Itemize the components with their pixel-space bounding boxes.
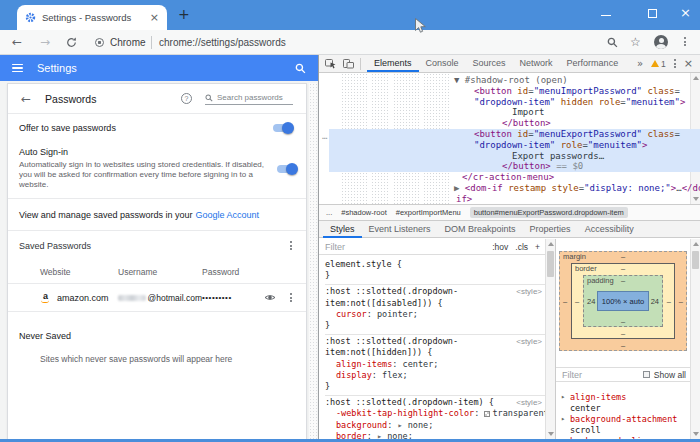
new-style-rule-button[interactable]: + <box>535 242 540 252</box>
computed-property[interactable]: ▸align-items <box>560 392 700 403</box>
help-icon[interactable]: ? <box>181 93 192 104</box>
google-account-link[interactable]: Google Account <box>195 210 259 220</box>
style-origin[interactable]: <style> <box>516 286 542 297</box>
browser-tab[interactable]: Settings - Passwords × <box>17 5 167 30</box>
back-icon[interactable]: ← <box>12 35 22 49</box>
dom-tree-line[interactable]: ▼ #shadow-root (open) <box>329 75 700 86</box>
passwords-card: ← Passwords ? Search passwords Offer to … <box>7 83 307 439</box>
devtools-tab-network[interactable]: Network <box>513 55 560 72</box>
expand-value-icon[interactable]: ▸ <box>397 420 407 430</box>
settings-gear-icon <box>25 12 36 23</box>
devtools-tab-performance[interactable]: Performance <box>560 55 626 72</box>
style-rule[interactable]: <style>:host ::slotted(.dropdown-item) {… <box>325 396 545 439</box>
dom-tree-line[interactable]: </button> == $0 <box>329 161 700 172</box>
show-password-eye-icon[interactable] <box>264 293 276 302</box>
dom-tree-line[interactable]: "dropdown-item" role="menuitem"> <box>329 140 700 151</box>
warning-badge[interactable]: 1 <box>651 59 666 69</box>
computed-filter-input[interactable]: Filter <box>562 370 582 380</box>
inspect-element-icon[interactable] <box>325 58 336 69</box>
device-toolbar-icon[interactable] <box>343 58 354 69</box>
computed-scrollbar[interactable] <box>690 239 700 439</box>
dom-tree-line[interactable]: if> <box>329 194 700 204</box>
settings-search-icon[interactable] <box>295 63 306 74</box>
style-origin[interactable]: <style> <box>516 397 542 408</box>
offer-to-save-toggle[interactable] <box>273 124 293 132</box>
css-property-name[interactable]: display <box>336 370 372 380</box>
zoom-search-icon[interactable] <box>607 37 618 48</box>
dom-tree-line[interactable]: "dropdown-item" hidden role="menuitem"> <box>329 97 700 108</box>
search-passwords-input[interactable]: Search passwords <box>205 93 293 105</box>
devtools-tab-elements[interactable]: Elements <box>367 55 419 72</box>
scroll-down-arrow[interactable] <box>548 432 554 436</box>
more-tabs-icon[interactable]: » <box>637 58 643 69</box>
sidebar-tab-properties[interactable]: Properties <box>523 221 578 238</box>
style-origin[interactable]: <style> <box>516 336 542 347</box>
bookmark-star-icon[interactable]: ☆ <box>630 35 641 49</box>
page-info-icon[interactable] <box>95 38 104 47</box>
url-text[interactable]: chrome://settings/passwords <box>159 37 286 48</box>
border-right-value: – <box>667 297 671 306</box>
tab-close-icon[interactable]: × <box>150 12 159 23</box>
settings-scrollbar[interactable] <box>309 83 317 439</box>
computed-property-value: center <box>560 403 700 414</box>
breadcrumb-item[interactable]: #shadow-root <box>341 208 386 217</box>
breadcrumb-item[interactable]: ... <box>326 208 332 217</box>
toggle-class-button[interactable]: .cls <box>515 242 528 252</box>
dom-tree-line[interactable]: </button> <box>329 118 700 129</box>
sidebar-tab-styles[interactable]: Styles <box>323 221 362 238</box>
styles-scrollbar[interactable] <box>545 239 555 439</box>
auto-signin-toggle[interactable] <box>277 165 297 173</box>
css-property-name[interactable]: align-items <box>336 359 392 369</box>
scroll-up-arrow[interactable] <box>548 242 554 246</box>
sidebar-tab-dom-breakpoints[interactable]: DOM Breakpoints <box>438 221 523 238</box>
column-header-website: Website <box>40 267 118 277</box>
dom-tree-line[interactable]: ▶ <dom-if restamp style="display: none;"… <box>329 183 700 194</box>
style-rule[interactable]: element.style {} <box>325 258 545 285</box>
css-property-name[interactable]: border <box>336 431 367 439</box>
devtools-close-icon[interactable]: × <box>684 57 693 70</box>
minimize-button[interactable] <box>601 15 611 16</box>
back-arrow-icon[interactable]: ← <box>21 92 31 106</box>
styles-filter-input[interactable]: Filter <box>325 242 345 252</box>
breadcrumb-item[interactable]: #exportImportMenu <box>396 208 461 217</box>
scrollbar-thumb[interactable] <box>547 251 554 277</box>
close-window-button[interactable]: × <box>680 6 691 19</box>
style-rule[interactable]: <style>:host ::slotted(.dropdown-item:no… <box>325 285 545 335</box>
style-rule[interactable]: <style>:host ::slotted(.dropdown-item:no… <box>325 335 545 396</box>
password-row-menu-icon[interactable] <box>290 293 292 302</box>
reload-icon[interactable] <box>66 37 77 48</box>
sidebar-tab-event-listeners[interactable]: Event Listeners <box>362 221 438 238</box>
css-property-name[interactable]: cursor <box>336 309 367 319</box>
computed-property-name: background-attachment <box>570 414 677 424</box>
dom-tree-line[interactable]: <button id="menuImportPassword" class= <box>329 86 700 97</box>
saved-passwords-menu-icon[interactable] <box>290 241 292 250</box>
computed-property[interactable]: ▸background-attachment <box>560 414 700 425</box>
style-declaration: -webkit-tap-highlight-color: transparent… <box>325 408 545 419</box>
browser-menu-icon[interactable] <box>684 37 686 46</box>
dom-tree-line[interactable]: Export passwords… <box>329 151 700 162</box>
new-tab-button[interactable]: + <box>178 6 190 22</box>
expand-value-icon[interactable]: ▸ <box>377 431 387 439</box>
show-all-checkbox[interactable] <box>643 371 650 378</box>
scrollbar-thumb[interactable] <box>692 251 699 269</box>
expand-icon[interactable]: ▸ <box>561 414 565 425</box>
expand-icon[interactable]: ▸ <box>561 392 565 403</box>
dom-tree-line[interactable]: <button id="menuExportPassword" class= <box>329 129 700 140</box>
maximize-button[interactable] <box>648 9 657 18</box>
breadcrumb-item[interactable]: button#menuExportPassword.dropdown-item <box>470 207 628 218</box>
dom-tree-line[interactable]: </cr-action-menu> <box>329 172 700 183</box>
toggle-hover-state-button[interactable]: :hov <box>492 242 508 252</box>
scroll-up-arrow[interactable] <box>693 242 699 246</box>
search-icon <box>205 94 213 102</box>
sidebar-tab-accessibility[interactable]: Accessibility <box>578 221 641 238</box>
css-property-name[interactable]: -webkit-tap-highlight-color <box>336 408 474 418</box>
devtools-menu-icon[interactable] <box>674 59 676 68</box>
hamburger-menu-icon[interactable] <box>12 64 23 73</box>
scroll-down-arrow[interactable] <box>693 432 699 436</box>
profile-avatar-icon[interactable] <box>654 35 668 49</box>
devtools-tab-sources[interactable]: Sources <box>466 55 513 72</box>
css-property-name[interactable]: background <box>336 420 387 430</box>
dom-tree-line[interactable]: Import <box>329 107 700 118</box>
devtools-tab-console[interactable]: Console <box>419 55 466 72</box>
password-table-row[interactable]: a amazon.com @hotmail.com ••••••••• <box>8 284 306 311</box>
